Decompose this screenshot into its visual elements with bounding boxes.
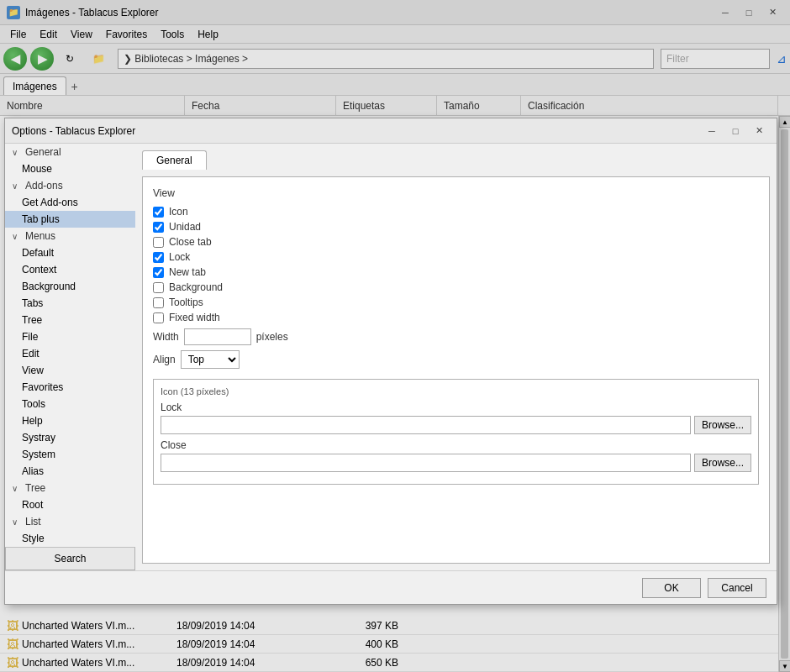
lock-label: Lock: [161, 402, 751, 413]
checkbox-label-tooltips: Tooltips: [169, 297, 203, 308]
search-button[interactable]: Search: [5, 547, 135, 570]
content-tabs: General: [142, 150, 770, 170]
checkbox-label-icon: Icon: [169, 206, 188, 218]
lock-input-row: Browse...: [161, 416, 751, 434]
close-path-input[interactable]: [161, 454, 691, 472]
checkbox-lock[interactable]: [153, 252, 164, 263]
checkbox-fixed-width[interactable]: [153, 312, 164, 323]
collapse-arrow: ∨: [12, 517, 22, 527]
sidebar-item-tree[interactable]: ∨ Tree: [5, 480, 135, 496]
collapse-arrow: ∨: [12, 484, 22, 493]
sidebar-item-edit[interactable]: Edit: [5, 345, 135, 362]
collapse-arrow: ∨: [12, 148, 22, 157]
dialog-footer: OK Cancel: [5, 570, 777, 604]
width-label: Width: [153, 331, 179, 343]
sidebar-wrapper: ∨ General Mouse ∨ Add-ons Get Add-ons Ta: [5, 144, 135, 570]
checkbox-label-unidad: Unidad: [169, 221, 201, 233]
dialog-title-bar: Options - Tablacus Explorer ─ □ ✕: [5, 118, 777, 144]
checkbox-background[interactable]: [153, 282, 164, 293]
sidebar-item-alias[interactable]: Alias: [5, 463, 135, 480]
checkbox-label-new-tab: New tab: [169, 266, 206, 278]
checkbox-label-background: Background: [169, 281, 223, 293]
dialog-close-button[interactable]: ✕: [748, 123, 770, 139]
checkbox-unidad[interactable]: [153, 222, 164, 233]
sidebar-item-tabs-menu[interactable]: Tabs: [5, 295, 135, 312]
checkbox-row-lock: Lock: [153, 251, 759, 263]
dialog-title-text: Options - Tablacus Explorer: [12, 125, 135, 137]
align-label: Align: [153, 354, 176, 365]
sidebar-item-tree-menu[interactable]: Tree: [5, 312, 135, 328]
sidebar-item-tools[interactable]: Tools: [5, 396, 135, 412]
sidebar-item-general[interactable]: ∨ General: [5, 144, 135, 160]
sidebar-item-systray[interactable]: Systray: [5, 429, 135, 446]
align-select[interactable]: Top Bottom Left Right: [181, 350, 240, 369]
view-section-label: View: [153, 187, 759, 199]
sidebar-item-tab-plus[interactable]: Tab plus: [5, 211, 135, 228]
sidebar-item-favorites[interactable]: Favorites: [5, 379, 135, 396]
sidebar-item-mouse[interactable]: Mouse: [5, 160, 135, 177]
checkbox-label-lock: Lock: [169, 251, 190, 263]
dialog-maximize-button[interactable]: □: [724, 123, 746, 139]
checkbox-row-close-tab: Close tab: [153, 236, 759, 248]
width-input[interactable]: [184, 328, 251, 345]
checkbox-close-tab[interactable]: [153, 237, 164, 248]
checkbox-label-close-tab: Close tab: [169, 236, 212, 248]
icon-close-row: Close Browse...: [161, 439, 751, 472]
sidebar-item-system[interactable]: System: [5, 446, 135, 463]
checkbox-row-fixed-width: Fixed width: [153, 312, 759, 323]
close-input-row: Browse...: [161, 454, 751, 472]
icon-lock-row: Lock Browse...: [161, 402, 751, 434]
collapse-arrow: ∨: [12, 181, 22, 191]
width-row: Width píxeles: [153, 328, 759, 345]
sidebar-item-root[interactable]: Root: [5, 496, 135, 513]
sidebar-item-list[interactable]: ∨ List: [5, 513, 135, 530]
collapse-arrow: ∨: [12, 232, 22, 241]
icon-section: Icon (13 píxeles) Lock Browse... Close: [153, 379, 759, 485]
checkbox-tooltips[interactable]: [153, 297, 164, 308]
sidebar-item-help[interactable]: Help: [5, 412, 135, 429]
sidebar-item-file[interactable]: File: [5, 328, 135, 345]
lock-path-input[interactable]: [161, 416, 691, 434]
sidebar-item-context[interactable]: Context: [5, 261, 135, 278]
width-suffix: píxeles: [256, 331, 288, 343]
checkbox-row-icon: Icon: [153, 206, 759, 218]
ok-button[interactable]: OK: [642, 578, 701, 598]
checkbox-row-new-tab: New tab: [153, 266, 759, 278]
checkbox-icon[interactable]: [153, 207, 164, 218]
checkbox-row-tooltips: Tooltips: [153, 297, 759, 308]
sidebar-item-view[interactable]: View: [5, 362, 135, 379]
checkbox-label-fixed-width: Fixed width: [169, 312, 220, 323]
content-area: General View Icon Unidad: [135, 144, 777, 570]
sidebar-item-addons[interactable]: ∨ Add-ons: [5, 177, 135, 194]
sidebar-item-background[interactable]: Background: [5, 278, 135, 295]
content-tab-general[interactable]: General: [142, 150, 207, 170]
sidebar-item-get-addons[interactable]: Get Add-ons: [5, 194, 135, 211]
sidebar: ∨ General Mouse ∨ Add-ons Get Add-ons Ta: [5, 144, 135, 570]
sidebar-item-menus[interactable]: ∨ Menus: [5, 228, 135, 244]
options-dialog: Options - Tablacus Explorer ─ □ ✕ ∨ Gene…: [4, 118, 777, 605]
cancel-button[interactable]: Cancel: [708, 578, 766, 598]
checkbox-row-background: Background: [153, 281, 759, 293]
sidebar-item-style[interactable]: Style: [5, 530, 135, 547]
dialog-body: ∨ General Mouse ∨ Add-ons Get Add-ons Ta: [5, 144, 777, 570]
checkbox-row-unidad: Unidad: [153, 221, 759, 233]
dialog-overlay: Options - Tablacus Explorer ─ □ ✕ ∨ Gene…: [0, 0, 790, 672]
icon-section-title: Icon (13 píxeles): [161, 386, 751, 396]
dialog-title-buttons: ─ □ ✕: [701, 123, 770, 139]
align-row: Align Top Bottom Left Right: [153, 350, 759, 369]
content-panel: View Icon Unidad Close tab: [142, 176, 770, 564]
dialog-minimize-button[interactable]: ─: [701, 123, 723, 139]
browse-lock-button[interactable]: Browse...: [694, 416, 751, 434]
checkbox-new-tab[interactable]: [153, 267, 164, 278]
browse-close-button[interactable]: Browse...: [694, 454, 751, 472]
dialog-title-left: Options - Tablacus Explorer: [12, 125, 135, 137]
close-label: Close: [161, 439, 751, 451]
sidebar-item-default[interactable]: Default: [5, 244, 135, 261]
